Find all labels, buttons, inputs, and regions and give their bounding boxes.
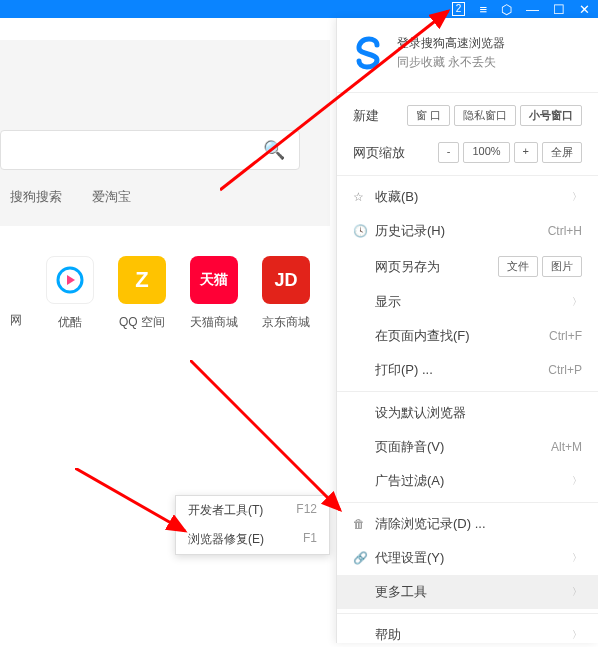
menu-history[interactable]: 🕓历史记录(H) Ctrl+H xyxy=(337,214,598,248)
menu-label: 代理设置(Y) xyxy=(375,549,444,567)
new-window-button[interactable]: 窗 口 xyxy=(407,105,450,126)
menu-zoom: 网页缩放 - 100% + 全屏 xyxy=(337,134,598,171)
menu-label: 打印(P) ... xyxy=(375,361,433,379)
menu-label: 显示 xyxy=(375,293,401,311)
tile-tmall[interactable]: 天猫 天猫商城 xyxy=(190,256,238,331)
submenu-label: 开发者工具(T) xyxy=(188,502,263,519)
svg-line-3 xyxy=(75,468,185,531)
main-menu: 登录搜狗高速浏览器 同步收藏 永不丢失 新建 窗 口 隐私窗口 小号窗口 网页缩… xyxy=(336,18,598,643)
menu-label: 网页缩放 xyxy=(353,144,405,162)
minimize-icon[interactable]: — xyxy=(526,2,539,17)
menu-favorites[interactable]: ☆收藏(B) 〉 xyxy=(337,180,598,214)
tile-label: 天猫商城 xyxy=(190,314,238,331)
menu-print[interactable]: 打印(P) ... Ctrl+P xyxy=(337,353,598,387)
save-file-button[interactable]: 文件 xyxy=(498,256,538,277)
shortcut: Ctrl+F xyxy=(549,329,582,343)
shortcut: F12 xyxy=(296,502,317,519)
menu-header-subtitle: 同步收藏 永不丢失 xyxy=(397,53,505,72)
tile-label: QQ 空间 xyxy=(119,314,165,331)
menu-help[interactable]: 帮助 〉 xyxy=(337,618,598,647)
menu-default-browser[interactable]: 设为默认浏览器 xyxy=(337,396,598,430)
menu-label: 收藏(B) xyxy=(375,188,418,206)
search-icon[interactable]: 🔍 xyxy=(263,139,285,161)
zoom-value: 100% xyxy=(463,142,509,163)
menu-find[interactable]: 在页面内查找(F) Ctrl+F xyxy=(337,319,598,353)
youku-icon xyxy=(46,256,94,304)
menu-label: 新建 xyxy=(353,107,379,125)
save-image-button[interactable]: 图片 xyxy=(542,256,582,277)
tile-label-left: 网 xyxy=(10,312,22,331)
tab-count-badge: 2 xyxy=(452,2,466,16)
chevron-right-icon: 〉 xyxy=(572,628,582,642)
shortcut: Ctrl+H xyxy=(548,224,582,238)
menu-label: 在页面内查找(F) xyxy=(375,327,470,345)
chevron-right-icon: 〉 xyxy=(572,474,582,488)
chevron-right-icon: 〉 xyxy=(572,585,582,599)
shortcut: F1 xyxy=(303,531,317,548)
search-area: 🔍 搜狗搜索 爱淘宝 xyxy=(0,50,330,226)
tile-youku[interactable]: 优酷 xyxy=(46,256,94,331)
menu-clear[interactable]: 🗑清除浏览记录(D) ... xyxy=(337,507,598,541)
menu-label: 清除浏览记录(D) ... xyxy=(375,515,486,533)
search-tabs: 搜狗搜索 爱淘宝 xyxy=(0,188,330,206)
extensions-icon[interactable]: ⬡ xyxy=(501,2,512,17)
close-icon[interactable]: ✕ xyxy=(579,2,590,17)
menu-saveas: 网页另存为 文件 图片 xyxy=(337,248,598,285)
menu-header[interactable]: 登录搜狗高速浏览器 同步收藏 永不丢失 xyxy=(337,18,598,88)
menu-label: 广告过滤(A) xyxy=(375,472,444,490)
menu-icon[interactable]: ≡ xyxy=(479,2,487,17)
menu-label: 帮助 xyxy=(375,626,401,644)
shortcut: Ctrl+P xyxy=(548,363,582,377)
menu-label: 页面静音(V) xyxy=(375,438,444,456)
new-small-button[interactable]: 小号窗口 xyxy=(520,105,582,126)
svg-line-2 xyxy=(190,360,340,510)
zoom-in-button[interactable]: + xyxy=(514,142,538,163)
submenu-repair[interactable]: 浏览器修复(E) F1 xyxy=(176,525,329,554)
menu-show[interactable]: 显示 〉 xyxy=(337,285,598,319)
page-content: 🔍 搜狗搜索 爱淘宝 网 优酷 Z QQ 空间 天猫 天猫商城 JD 京东商城 xyxy=(0,40,330,331)
tile-jd[interactable]: JD 京东商城 xyxy=(262,256,310,331)
submenu-devtools[interactable]: 开发者工具(T) F12 xyxy=(176,496,329,525)
fullscreen-button[interactable]: 全屏 xyxy=(542,142,582,163)
tile-label: 京东商城 xyxy=(262,314,310,331)
sogou-logo-icon xyxy=(351,35,387,71)
menu-proxy[interactable]: 🔗代理设置(Y) 〉 xyxy=(337,541,598,575)
menu-more-tools[interactable]: 更多工具 〉 xyxy=(337,575,598,609)
link-icon: 🔗 xyxy=(353,551,367,565)
search-tab-sogou[interactable]: 搜狗搜索 xyxy=(10,188,62,206)
menu-header-text: 登录搜狗高速浏览器 同步收藏 永不丢失 xyxy=(397,34,505,72)
star-icon: ☆ xyxy=(353,190,367,204)
menu-adfilter[interactable]: 广告过滤(A) 〉 xyxy=(337,464,598,498)
menu-label: 网页另存为 xyxy=(375,258,440,276)
menu-label: 历史记录(H) xyxy=(375,222,445,240)
menu-new: 新建 窗 口 隐私窗口 小号窗口 xyxy=(337,97,598,134)
tiles: 网 优酷 Z QQ 空间 天猫 天猫商城 JD 京东商城 xyxy=(0,226,330,331)
zoom-out-button[interactable]: - xyxy=(438,142,460,163)
submenu-label: 浏览器修复(E) xyxy=(188,531,264,548)
menu-label: 设为默认浏览器 xyxy=(375,404,466,422)
search-tab-aitaobao[interactable]: 爱淘宝 xyxy=(92,188,131,206)
qqzone-icon: Z xyxy=(118,256,166,304)
tile-qqzone[interactable]: Z QQ 空间 xyxy=(118,256,166,331)
menu-mute[interactable]: 页面静音(V) Alt+M xyxy=(337,430,598,464)
tmall-icon: 天猫 xyxy=(190,256,238,304)
trash-icon: 🗑 xyxy=(353,517,367,531)
search-box[interactable]: 🔍 xyxy=(0,130,300,170)
jd-icon: JD xyxy=(262,256,310,304)
titlebar: 2 ≡ ⬡ — ☐ ✕ xyxy=(0,0,598,18)
new-private-button[interactable]: 隐私窗口 xyxy=(454,105,516,126)
clock-icon: 🕓 xyxy=(353,224,367,238)
menu-header-title: 登录搜狗高速浏览器 xyxy=(397,34,505,53)
more-tools-submenu: 开发者工具(T) F12 浏览器修复(E) F1 xyxy=(175,495,330,555)
chevron-right-icon: 〉 xyxy=(572,551,582,565)
chevron-right-icon: 〉 xyxy=(572,190,582,204)
maximize-icon[interactable]: ☐ xyxy=(553,2,565,17)
shortcut: Alt+M xyxy=(551,440,582,454)
tile-label: 优酷 xyxy=(58,314,82,331)
menu-label: 更多工具 xyxy=(375,583,427,601)
chevron-right-icon: 〉 xyxy=(572,295,582,309)
